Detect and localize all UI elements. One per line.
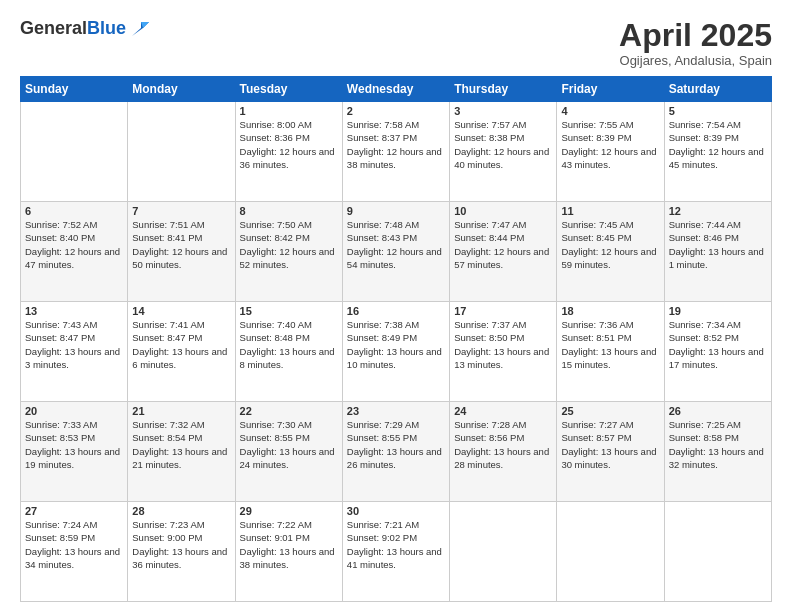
day-info: Sunrise: 7:34 AM Sunset: 8:52 PM Dayligh… [669,318,767,371]
day-number: 27 [25,505,123,517]
calendar-week-row: 1Sunrise: 8:00 AM Sunset: 8:36 PM Daylig… [21,102,772,202]
calendar-cell [128,102,235,202]
calendar-header-row: SundayMondayTuesdayWednesdayThursdayFrid… [21,77,772,102]
day-info: Sunrise: 7:32 AM Sunset: 8:54 PM Dayligh… [132,418,230,471]
page: GeneralBlue April 2025 Ogijares, Andalus… [0,0,792,612]
day-number: 6 [25,205,123,217]
day-info: Sunrise: 7:23 AM Sunset: 9:00 PM Dayligh… [132,518,230,571]
header: GeneralBlue April 2025 Ogijares, Andalus… [20,18,772,68]
calendar-cell: 2Sunrise: 7:58 AM Sunset: 8:37 PM Daylig… [342,102,449,202]
day-number: 1 [240,105,338,117]
day-number: 2 [347,105,445,117]
calendar-week-row: 27Sunrise: 7:24 AM Sunset: 8:59 PM Dayli… [21,502,772,602]
day-info: Sunrise: 7:33 AM Sunset: 8:53 PM Dayligh… [25,418,123,471]
day-number: 11 [561,205,659,217]
calendar-cell: 26Sunrise: 7:25 AM Sunset: 8:58 PM Dayli… [664,402,771,502]
calendar-cell: 14Sunrise: 7:41 AM Sunset: 8:47 PM Dayli… [128,302,235,402]
day-number: 13 [25,305,123,317]
day-number: 30 [347,505,445,517]
day-number: 22 [240,405,338,417]
logo-icon [127,18,149,40]
column-header-wednesday: Wednesday [342,77,449,102]
calendar-cell: 10Sunrise: 7:47 AM Sunset: 8:44 PM Dayli… [450,202,557,302]
calendar-cell: 7Sunrise: 7:51 AM Sunset: 8:41 PM Daylig… [128,202,235,302]
calendar-cell: 8Sunrise: 7:50 AM Sunset: 8:42 PM Daylig… [235,202,342,302]
calendar-cell: 11Sunrise: 7:45 AM Sunset: 8:45 PM Dayli… [557,202,664,302]
day-number: 17 [454,305,552,317]
calendar-cell: 19Sunrise: 7:34 AM Sunset: 8:52 PM Dayli… [664,302,771,402]
logo: GeneralBlue [20,18,149,40]
day-info: Sunrise: 7:22 AM Sunset: 9:01 PM Dayligh… [240,518,338,571]
day-info: Sunrise: 7:29 AM Sunset: 8:55 PM Dayligh… [347,418,445,471]
day-number: 9 [347,205,445,217]
day-number: 18 [561,305,659,317]
day-number: 12 [669,205,767,217]
day-number: 4 [561,105,659,117]
subtitle: Ogijares, Andalusia, Spain [619,53,772,68]
calendar-cell: 30Sunrise: 7:21 AM Sunset: 9:02 PM Dayli… [342,502,449,602]
day-info: Sunrise: 7:45 AM Sunset: 8:45 PM Dayligh… [561,218,659,271]
day-info: Sunrise: 7:44 AM Sunset: 8:46 PM Dayligh… [669,218,767,271]
title-block: April 2025 Ogijares, Andalusia, Spain [619,18,772,68]
day-number: 14 [132,305,230,317]
day-number: 26 [669,405,767,417]
day-number: 5 [669,105,767,117]
calendar-cell: 13Sunrise: 7:43 AM Sunset: 8:47 PM Dayli… [21,302,128,402]
day-number: 24 [454,405,552,417]
day-info: Sunrise: 7:40 AM Sunset: 8:48 PM Dayligh… [240,318,338,371]
day-info: Sunrise: 7:27 AM Sunset: 8:57 PM Dayligh… [561,418,659,471]
calendar-table: SundayMondayTuesdayWednesdayThursdayFrid… [20,76,772,602]
day-info: Sunrise: 7:51 AM Sunset: 8:41 PM Dayligh… [132,218,230,271]
calendar-cell: 3Sunrise: 7:57 AM Sunset: 8:38 PM Daylig… [450,102,557,202]
day-info: Sunrise: 7:48 AM Sunset: 8:43 PM Dayligh… [347,218,445,271]
column-header-friday: Friday [557,77,664,102]
day-number: 19 [669,305,767,317]
day-info: Sunrise: 7:58 AM Sunset: 8:37 PM Dayligh… [347,118,445,171]
day-info: Sunrise: 7:30 AM Sunset: 8:55 PM Dayligh… [240,418,338,471]
calendar-cell: 25Sunrise: 7:27 AM Sunset: 8:57 PM Dayli… [557,402,664,502]
calendar-cell: 16Sunrise: 7:38 AM Sunset: 8:49 PM Dayli… [342,302,449,402]
calendar-cell: 20Sunrise: 7:33 AM Sunset: 8:53 PM Dayli… [21,402,128,502]
month-title: April 2025 [619,18,772,53]
calendar-cell: 4Sunrise: 7:55 AM Sunset: 8:39 PM Daylig… [557,102,664,202]
day-info: Sunrise: 7:57 AM Sunset: 8:38 PM Dayligh… [454,118,552,171]
day-info: Sunrise: 7:52 AM Sunset: 8:40 PM Dayligh… [25,218,123,271]
calendar-cell: 23Sunrise: 7:29 AM Sunset: 8:55 PM Dayli… [342,402,449,502]
logo-general: GeneralBlue [20,19,126,39]
calendar-cell: 5Sunrise: 7:54 AM Sunset: 8:39 PM Daylig… [664,102,771,202]
calendar-cell: 28Sunrise: 7:23 AM Sunset: 9:00 PM Dayli… [128,502,235,602]
day-info: Sunrise: 7:28 AM Sunset: 8:56 PM Dayligh… [454,418,552,471]
column-header-monday: Monday [128,77,235,102]
column-header-tuesday: Tuesday [235,77,342,102]
calendar-cell: 17Sunrise: 7:37 AM Sunset: 8:50 PM Dayli… [450,302,557,402]
calendar-cell [664,502,771,602]
day-info: Sunrise: 8:00 AM Sunset: 8:36 PM Dayligh… [240,118,338,171]
day-info: Sunrise: 7:37 AM Sunset: 8:50 PM Dayligh… [454,318,552,371]
calendar-cell: 1Sunrise: 8:00 AM Sunset: 8:36 PM Daylig… [235,102,342,202]
day-number: 10 [454,205,552,217]
day-number: 29 [240,505,338,517]
column-header-saturday: Saturday [664,77,771,102]
calendar-cell: 18Sunrise: 7:36 AM Sunset: 8:51 PM Dayli… [557,302,664,402]
day-number: 16 [347,305,445,317]
day-number: 28 [132,505,230,517]
calendar-cell: 21Sunrise: 7:32 AM Sunset: 8:54 PM Dayli… [128,402,235,502]
calendar-cell [557,502,664,602]
day-info: Sunrise: 7:43 AM Sunset: 8:47 PM Dayligh… [25,318,123,371]
calendar-week-row: 13Sunrise: 7:43 AM Sunset: 8:47 PM Dayli… [21,302,772,402]
calendar-cell: 29Sunrise: 7:22 AM Sunset: 9:01 PM Dayli… [235,502,342,602]
calendar-cell: 15Sunrise: 7:40 AM Sunset: 8:48 PM Dayli… [235,302,342,402]
day-number: 3 [454,105,552,117]
day-info: Sunrise: 7:54 AM Sunset: 8:39 PM Dayligh… [669,118,767,171]
day-info: Sunrise: 7:21 AM Sunset: 9:02 PM Dayligh… [347,518,445,571]
calendar-cell: 9Sunrise: 7:48 AM Sunset: 8:43 PM Daylig… [342,202,449,302]
calendar-cell: 24Sunrise: 7:28 AM Sunset: 8:56 PM Dayli… [450,402,557,502]
calendar-cell: 6Sunrise: 7:52 AM Sunset: 8:40 PM Daylig… [21,202,128,302]
day-number: 21 [132,405,230,417]
day-number: 15 [240,305,338,317]
day-number: 25 [561,405,659,417]
day-info: Sunrise: 7:36 AM Sunset: 8:51 PM Dayligh… [561,318,659,371]
day-info: Sunrise: 7:47 AM Sunset: 8:44 PM Dayligh… [454,218,552,271]
day-info: Sunrise: 7:25 AM Sunset: 8:58 PM Dayligh… [669,418,767,471]
calendar-cell: 22Sunrise: 7:30 AM Sunset: 8:55 PM Dayli… [235,402,342,502]
